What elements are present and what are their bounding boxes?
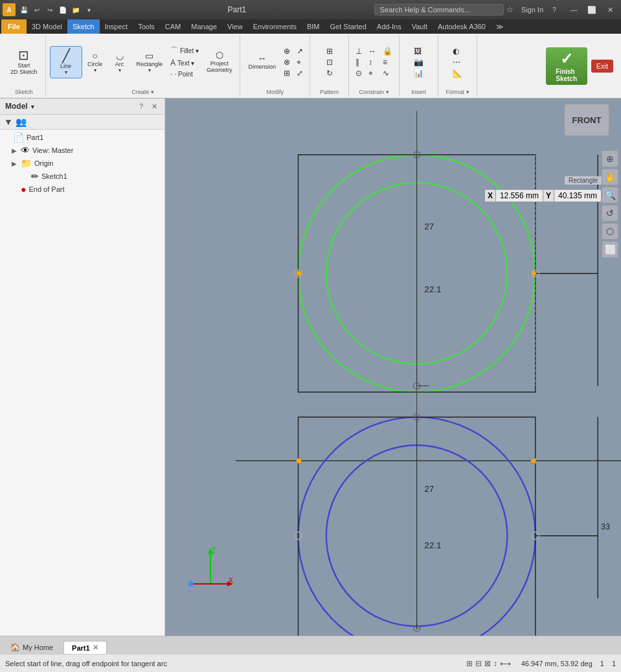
redo-btn[interactable]: ↪ xyxy=(44,4,56,16)
menu-bim[interactable]: BIM xyxy=(302,19,325,34)
menu-view[interactable]: View xyxy=(222,19,248,34)
tree-item-end-of-part[interactable]: ● End of Part xyxy=(1,183,163,196)
tab-part1[interactable]: Part1 ✕ xyxy=(63,641,107,654)
tab-close-btn[interactable]: ✕ xyxy=(93,643,98,652)
viewcube-label[interactable]: FRONT xyxy=(564,104,609,136)
status-icon-4[interactable]: ↕ xyxy=(493,659,497,668)
tree-item-view-master[interactable]: ▶ 👁 View: Master xyxy=(1,144,163,157)
pan-btn[interactable]: ✋ xyxy=(602,168,618,185)
save-btn[interactable]: 💾 xyxy=(18,4,30,16)
modify-btn1[interactable]: ⊕ xyxy=(281,46,293,56)
insert-btn3[interactable]: 📊 xyxy=(411,68,426,78)
menu-cam[interactable]: CAM xyxy=(160,19,186,34)
constrain-btn9[interactable]: ∿ xyxy=(380,68,395,78)
viewcube[interactable]: FRONT xyxy=(558,104,616,149)
people-icon[interactable]: 👥 xyxy=(16,117,27,127)
star-btn[interactable]: ☆ xyxy=(506,5,514,14)
view-btn[interactable]: ⬡ xyxy=(602,223,618,240)
zoom-btn[interactable]: 🔍 xyxy=(602,187,618,203)
open-btn[interactable]: 📁 xyxy=(70,4,82,16)
status-icon-3[interactable]: ⊠ xyxy=(484,659,491,668)
modify-btn6[interactable]: ⤢ xyxy=(294,68,306,78)
modify-btn3[interactable]: ⊞ xyxy=(281,68,293,78)
ribbon-col-insert: 🖼 📷 📊 xyxy=(411,46,426,78)
tabbar: 🏠 My Home Part1 ✕ xyxy=(0,636,621,654)
tree-item-sketch1[interactable]: ✏ Sketch1 xyxy=(1,170,163,183)
sign-in[interactable]: Sign In xyxy=(521,6,543,14)
exit-btn[interactable]: Exit xyxy=(591,60,613,73)
status-icon-2[interactable]: ⊟ xyxy=(475,659,482,668)
tab-part1-label: Part1 xyxy=(72,644,90,652)
search-box[interactable]: Search Help & Commands... xyxy=(374,4,504,16)
new-btn[interactable]: 📄 xyxy=(57,4,69,16)
model-panel-help-btn[interactable]: ? xyxy=(136,101,146,111)
constrain-btn2[interactable]: ∥ xyxy=(353,57,365,67)
circle-btn[interactable]: ○ Circle ▾ xyxy=(84,49,107,75)
constrain-btn4[interactable]: ↔ xyxy=(366,46,379,56)
insert-btn1[interactable]: 🖼 xyxy=(411,46,426,56)
pattern-btn2[interactable]: ⊡ xyxy=(324,57,335,67)
menu-sketch[interactable]: Sketch xyxy=(67,19,100,34)
model-panel-dropdown[interactable]: ▼ xyxy=(30,104,36,110)
menu-tools[interactable]: Tools xyxy=(133,19,160,34)
minimize-btn[interactable]: — xyxy=(565,4,582,16)
coord-y-label: Y xyxy=(543,190,554,202)
menu-file[interactable]: File xyxy=(1,19,27,34)
nav-controls: ⊕ ✋ 🔍 ↺ ⬡ ⬜ xyxy=(602,150,618,258)
constrain-btn7[interactable]: 🔒 xyxy=(380,46,395,56)
pattern-btn1[interactable]: ⊞ xyxy=(324,46,335,56)
rectangle-btn[interactable]: ▭ Rectangle ▾ xyxy=(133,49,167,75)
viewport[interactable]: 27 22.1 27 22.1 xyxy=(165,98,621,636)
fillet-btn[interactable]: ⌒ Fillet ▾ xyxy=(168,45,201,57)
fit-btn[interactable]: ⬜ xyxy=(602,241,618,258)
menu-addins[interactable]: Add-Ins xyxy=(372,19,407,34)
expand-qa[interactable]: ▾ xyxy=(83,4,95,16)
menu-inspect[interactable]: Inspect xyxy=(100,19,133,34)
format-btn1[interactable]: ◐ xyxy=(450,46,465,56)
finish-sketch-btn[interactable]: ✓ FinishSketch xyxy=(546,47,587,85)
arc-btn[interactable]: ◡ Arc ▾ xyxy=(108,49,131,75)
format-btn3[interactable]: 📐 xyxy=(450,68,465,78)
coord-display: X 12.556 mm Y 40.135 mm xyxy=(484,189,602,202)
tree-item-part1[interactable]: 📄 Part1 xyxy=(1,131,163,144)
menu-3dmodel[interactable]: 3D Model xyxy=(27,19,67,34)
insert-btn2[interactable]: 📷 xyxy=(411,57,426,67)
coord-x-label: X xyxy=(485,190,496,202)
maximize-btn[interactable]: ⬜ xyxy=(583,4,600,16)
modify-btn5[interactable]: ⌖ xyxy=(294,57,306,67)
close-btn[interactable]: ✕ xyxy=(602,4,618,16)
menu-environments[interactable]: Environments xyxy=(248,19,302,34)
dimension-btn[interactable]: ↔ Dimension xyxy=(244,52,280,72)
help-btn[interactable]: ? xyxy=(548,4,560,16)
format-group-label: Format ▾ xyxy=(446,87,469,95)
text-btn[interactable]: A Text ▾ xyxy=(168,58,201,68)
home-tab[interactable]: 🏠 My Home xyxy=(3,641,61,654)
tree-item-origin[interactable]: ▶ 📁 Origin xyxy=(1,157,163,170)
filter-icon[interactable]: ▼ xyxy=(4,117,13,127)
point-btn[interactable]: · · Point xyxy=(168,69,201,79)
menu-autodeskA360[interactable]: Autodesk A360 xyxy=(433,19,491,34)
model-panel-close-btn[interactable]: ✕ xyxy=(149,101,159,111)
menu-manage[interactable]: Manage xyxy=(186,19,222,34)
status-icon-1[interactable]: ⊞ xyxy=(466,659,473,668)
menu-expand[interactable]: ≫ xyxy=(491,19,509,34)
constrain-btn5[interactable]: ↕ xyxy=(366,57,379,67)
constrain-btn1[interactable]: ⊥ xyxy=(353,46,365,56)
rotate-btn[interactable]: ↺ xyxy=(602,205,618,222)
modify-btn2[interactable]: ⊗ xyxy=(281,57,293,67)
constrain-btn8[interactable]: ≡ xyxy=(380,57,395,67)
format-btn2[interactable]: ⋯ xyxy=(450,57,465,67)
line-btn[interactable]: ╱ Line ▾ xyxy=(50,46,82,78)
menu-vault[interactable]: Vault xyxy=(407,19,433,34)
pattern-btn3[interactable]: ↻ xyxy=(324,68,335,78)
menu-getstarted[interactable]: Get Started xyxy=(325,19,372,34)
orbit-btn[interactable]: ⊕ xyxy=(602,150,618,167)
ribbon: ⊡ Start2D Sketch Sketch ╱ Line ▾ ○ Circl… xyxy=(0,34,621,98)
status-icon-5[interactable]: ⟷ xyxy=(500,659,511,668)
constrain-btn6[interactable]: ⌖ xyxy=(366,68,379,78)
project-geometry-btn[interactable]: ⬡ ProjectGeometry xyxy=(203,49,236,75)
start-2d-sketch-btn[interactable]: ⊡ Start2D Sketch xyxy=(6,46,41,78)
undo-btn[interactable]: ↩ xyxy=(31,4,43,16)
constrain-btn3[interactable]: ⊙ xyxy=(353,68,365,78)
modify-btn4[interactable]: ↗ xyxy=(294,46,306,56)
